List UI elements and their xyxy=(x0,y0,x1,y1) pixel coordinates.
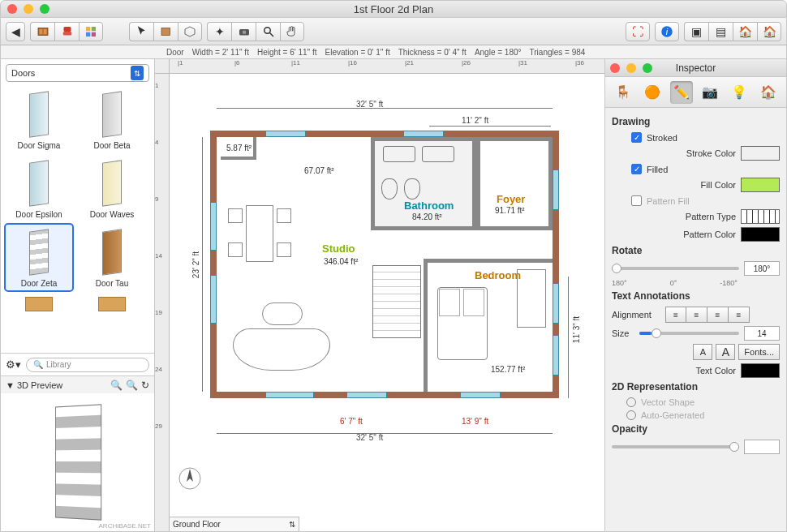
info-button[interactable]: i xyxy=(655,22,679,41)
view-3d-button[interactable]: ▤ xyxy=(708,22,733,41)
rotate-slider[interactable] xyxy=(612,267,739,270)
dimension-label: 32' 5" ft xyxy=(356,433,383,442)
measure-tool-button[interactable]: ✦ xyxy=(207,22,231,41)
pointer-tool-button[interactable] xyxy=(129,22,153,41)
inspector-tab-2d[interactable]: ✏️ xyxy=(670,81,693,104)
library-item[interactable]: Door Epsilon xyxy=(6,156,72,221)
inspector-titlebar: Inspector xyxy=(605,59,786,77)
floorplan-canvas[interactable]: 32' 5" ft 11' 2" ft 23' 2" ft 11' 3" ft … xyxy=(170,74,604,531)
floor-selector[interactable]: Ground Floor⇅ xyxy=(170,517,299,531)
canvas-area: |1 |6 |11 |16 |21 |26 |31 |36 1 4 9 14 1… xyxy=(155,59,604,531)
chevron-icon: ⇅ xyxy=(289,520,295,529)
hand-icon xyxy=(285,24,299,39)
library-panel: Doors ⇅ Door Sigma Door Beta Door Epsilo… xyxy=(1,59,155,531)
close-window-button[interactable] xyxy=(7,4,17,14)
pan-tool-button[interactable] xyxy=(280,22,304,41)
library-item[interactable] xyxy=(79,294,145,315)
font-larger-button[interactable]: A xyxy=(716,344,735,360)
align-left-button[interactable]: ≡ xyxy=(665,307,686,323)
status-width: Width = 2' 11" ft xyxy=(192,48,249,57)
view-home-button[interactable]: 🏠 xyxy=(757,22,781,41)
library-item[interactable]: Door Beta xyxy=(79,87,145,152)
zoom-window-button[interactable] xyxy=(40,4,49,14)
furniture-library-button[interactable] xyxy=(30,22,54,41)
room-foyer[interactable]: Foyer 91.71 ft² xyxy=(476,137,553,230)
inspector-tab-object[interactable]: 🪑 xyxy=(612,81,634,104)
horizontal-ruler: |1 |6 |11 |16 |21 |26 |31 |36 xyxy=(170,59,604,74)
watermark: ARCHIBASE.NET xyxy=(99,522,151,530)
library-item[interactable]: Door Tau xyxy=(79,225,145,290)
furniture-icon xyxy=(36,24,50,39)
view-2d-button[interactable]: ▣ xyxy=(684,22,708,41)
search-input[interactable]: 🔍Library xyxy=(26,358,149,372)
inspector-tab-camera[interactable]: 📷 xyxy=(699,81,721,104)
status-object: Door xyxy=(166,48,184,57)
room-bathroom[interactable]: Bathroom 84.20 ft² xyxy=(371,137,476,230)
font-smaller-button[interactable]: A xyxy=(693,344,712,360)
inspector-tabs: 🪑 🟠 ✏️ 📷 💡 🏠 xyxy=(605,77,786,108)
back-button[interactable]: ◀ xyxy=(6,22,25,41)
text-color-swatch[interactable] xyxy=(741,363,780,378)
inspector-tab-light[interactable]: 💡 xyxy=(728,81,750,104)
inspector-tab-building[interactable]: 🏠 xyxy=(757,81,780,104)
camera-tool-button[interactable] xyxy=(231,22,256,41)
svg-rect-9 xyxy=(161,28,170,35)
materials-button[interactable] xyxy=(79,22,103,41)
stroked-checkbox[interactable]: ✓ xyxy=(631,132,642,143)
coffee-table xyxy=(262,302,303,325)
inspector-tab-material[interactable]: 🟠 xyxy=(641,81,664,104)
render-button[interactable]: ⛶ xyxy=(626,22,650,41)
alignment-label: Alignment xyxy=(612,310,660,320)
inspector-panel: Inspector 🪑 🟠 ✏️ 📷 💡 🏠 Drawing ✓ Stroked… xyxy=(604,59,786,531)
room-tool-button[interactable] xyxy=(178,22,202,41)
align-right-button[interactable]: ≡ xyxy=(707,307,729,323)
size-value[interactable]: 14 xyxy=(744,326,780,341)
rotate-value[interactable]: 180° xyxy=(744,261,780,276)
svg-rect-8 xyxy=(92,32,96,36)
dimension-label: 11' 3" ft xyxy=(572,316,581,343)
text-header: Text Annotations xyxy=(612,290,780,302)
category-label: Doors xyxy=(11,68,35,78)
category-selector[interactable]: Doors ⇅ xyxy=(6,64,149,82)
opacity-value[interactable] xyxy=(744,440,780,454)
chair-library-button[interactable] xyxy=(54,22,79,41)
preview-zoom-out-button[interactable]: 🔍 xyxy=(126,380,138,391)
svg-rect-7 xyxy=(86,32,90,36)
vertical-ruler: 1 4 9 14 19 24 29 xyxy=(155,74,170,531)
align-center-button[interactable]: ≡ xyxy=(686,307,707,323)
pattern-fill-checkbox[interactable] xyxy=(631,195,642,206)
library-item[interactable]: Door Sigma xyxy=(6,87,72,152)
fonts-button[interactable]: Fonts... xyxy=(738,344,780,360)
room-bedroom[interactable]: Bedroom 152.77 ft² xyxy=(424,259,553,392)
svg-point-11 xyxy=(242,30,246,34)
stroke-color-label: Stroke Color xyxy=(612,148,736,158)
fill-color-swatch[interactable] xyxy=(741,178,780,192)
size-slider[interactable] xyxy=(639,332,739,335)
filled-checkbox[interactable]: ✓ xyxy=(631,164,642,174)
zoom-tool-button[interactable] xyxy=(256,22,280,41)
stroke-color-swatch[interactable] xyxy=(741,146,780,161)
filled-label: Filled xyxy=(647,165,668,174)
status-thickness: Thickness = 0' 4" ft xyxy=(398,48,467,57)
pattern-type-swatch[interactable] xyxy=(741,209,780,224)
preview-zoom-in-button[interactable]: 🔍 xyxy=(110,380,123,391)
window-title: 1st Floor 2d Plan xyxy=(1,3,786,15)
align-justify-button[interactable]: ≡ xyxy=(729,307,750,323)
preview-reset-button[interactable]: ↻ xyxy=(141,380,149,391)
vector-shape-radio[interactable] xyxy=(626,397,636,407)
library-item-selected[interactable]: Door Zeta xyxy=(6,225,72,290)
minimize-window-button[interactable] xyxy=(24,4,33,14)
status-bar: Door Width = 2' 11" ft Height = 6' 11" f… xyxy=(0,45,787,59)
library-item[interactable]: Door Waves xyxy=(79,156,145,221)
gear-icon[interactable]: ⚙▾ xyxy=(6,358,21,371)
pattern-color-swatch[interactable] xyxy=(741,227,780,242)
wall-tool-button[interactable] xyxy=(153,22,178,41)
text-color-label: Text Color xyxy=(612,366,736,375)
svg-rect-3 xyxy=(63,27,71,32)
preview-3d[interactable]: ARCHIBASE.NET xyxy=(1,393,154,531)
compass-icon xyxy=(178,466,202,491)
library-item[interactable] xyxy=(6,294,72,315)
auto-generated-radio[interactable] xyxy=(626,410,636,420)
opacity-slider[interactable] xyxy=(612,445,739,448)
view-split-button[interactable]: 🏠 xyxy=(733,22,757,41)
